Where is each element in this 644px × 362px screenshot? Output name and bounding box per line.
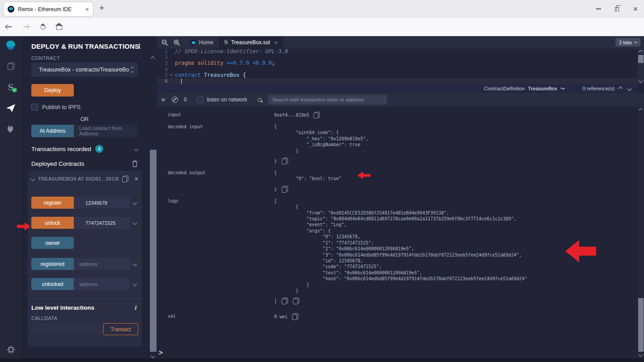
code-contract-line: contract TreasureBox { [175,72,246,78]
panel-scrollbar-thumb[interactable] [150,150,157,352]
unlock-button[interactable]: unlock [31,217,74,229]
deploy-button[interactable]: Deploy [31,84,74,97]
panel-scrollbar[interactable] [148,36,157,362]
prev-reference-icon[interactable] [619,86,623,91]
remix-logo-icon[interactable] [5,40,16,51]
new-tab-button[interactable]: + [99,3,104,13]
annotation-arrow-unlock [17,222,30,231]
registered-expand-icon[interactable] [133,262,137,266]
copy-icon[interactable] [314,112,320,118]
scroll-down-icon[interactable] [639,79,643,83]
registered-arg-input[interactable]: address [74,258,130,270]
remix-icon-panel: S [0,36,21,362]
back-button[interactable] [5,24,12,29]
terminal-body[interactable]: input 0xef4...819e5 decoded input { "uin… [157,106,638,358]
copy-address-icon[interactable] [122,176,128,182]
copy-icon[interactable] [292,313,298,320]
reload-button[interactable] [39,23,47,31]
next-reference-icon[interactable] [627,86,632,91]
entry-label: decoded input [157,124,274,164]
unlocked-button[interactable]: unlocked [31,278,74,290]
contract-select[interactable]: TreasureBox - contracts/TreasureBo [31,63,138,77]
references-count-label: 0 reference(s) [582,86,614,91]
tab-home[interactable]: Home [185,36,219,49]
panel-menu-icon[interactable] [139,43,140,49]
forward-button[interactable] [23,24,30,29]
file-explorer-icon[interactable] [5,61,16,72]
transactions-recorded-label: Transactions recorded [31,146,91,152]
registered-button[interactable]: registered [31,258,74,270]
copy-icon[interactable] [282,186,288,193]
close-file-tab-icon[interactable]: × [275,39,278,46]
clear-console-icon[interactable] [172,97,178,103]
tabs-dropdown-button[interactable]: 2 tabs [615,38,640,46]
editor-scrollbar-thumb[interactable] [638,55,644,63]
terminal-entry-input: input 0xef4...819e5 [157,112,638,118]
window-restore-button[interactable] [615,7,619,11]
scroll-up-icon[interactable] [639,108,643,113]
scroll-down-icon[interactable] [639,353,643,357]
at-address-button[interactable]: At Address [31,125,74,137]
browser-tab[interactable]: Remix - Ethereum IDE × [4,2,93,16]
node-name-label: TreasureBox [528,86,557,91]
text-cursor [181,79,182,84]
window-minimize-button[interactable] [596,8,601,9]
deploy-run-icon[interactable] [5,103,16,114]
code-editor[interactable]: 1// SPDX-License-Identifier: GPL-3.0 2 3… [157,49,638,84]
listen-network-checkbox[interactable] [197,97,203,103]
settings-gear-icon[interactable] [5,344,16,355]
info-icon[interactable]: i [134,304,136,311]
editor-scrollbar[interactable] [638,49,644,84]
listen-network-label: listen on network [207,97,247,103]
terminal-collapse-icon[interactable] [162,98,165,101]
at-address-input[interactable]: Load contract from Address [74,125,138,137]
window-close-button[interactable]: × [633,5,638,13]
fold-caret-icon[interactable] [170,73,173,76]
register-arg-input[interactable]: 12345678 [74,197,130,209]
solidity-file-icon: S [224,39,228,46]
scroll-up-icon[interactable] [639,50,643,55]
tab-close-icon[interactable]: × [85,6,89,13]
terminal-entry-decoded-input: decoded input { "uint64 code": { "_hex":… [157,124,638,164]
instance-collapse-icon[interactable] [31,177,35,181]
goto-reference-icon[interactable]: ↪ [560,85,565,92]
terminal-header: 0 listen on network [157,93,644,106]
terminal-search-input[interactable] [268,95,387,105]
scroll-down-icon[interactable] [151,354,155,358]
plugin-manager-icon[interactable] [5,124,16,135]
tab-treasurebox-sol[interactable]: S TreasureBox.sol × [219,36,283,49]
register-expand-icon[interactable] [133,201,137,205]
home-button[interactable] [56,26,62,30]
search-icon [258,98,262,102]
remove-instance-icon[interactable]: × [135,175,138,182]
unlocked-arg-input[interactable]: address [74,278,130,290]
transactions-expand-icon[interactable] [134,147,139,151]
scroll-up-icon[interactable] [151,56,155,61]
terminal-prompt[interactable]: > [159,349,163,357]
calldata-input[interactable] [31,323,103,335]
transact-button[interactable]: Transact [103,323,138,335]
publish-ipfs-checkbox[interactable] [31,104,38,110]
unlock-arg-input[interactable]: 77472471525 [74,217,130,229]
owner-button[interactable]: owner [31,237,74,249]
compile-success-badge [12,88,17,93]
clear-instances-trash-icon[interactable] [132,160,138,167]
unlocked-expand-icon[interactable] [133,282,137,286]
browser-toolbar: https://remix.ethereum.org/#optimize=fal… [0,18,644,36]
zoom-in-icon[interactable] [174,39,180,46]
terminal-scrollbar-thumb[interactable] [638,298,644,352]
zoom-out-icon[interactable] [161,39,168,46]
copy-icon[interactable] [293,298,299,304]
remix-favicon-icon [8,6,14,13]
copy-icon[interactable] [282,158,288,164]
register-button[interactable]: register [31,197,74,209]
entry-label: decoded output [157,170,274,193]
solidity-compiler-icon[interactable]: S [5,82,16,93]
function-row-unlocked: unlocked address [31,278,138,290]
line-number: 2 [157,55,168,60]
entry-label: input [157,112,274,118]
terminal-scrollbar[interactable] [638,106,644,358]
copy-icon[interactable] [282,298,288,304]
unlock-expand-icon[interactable] [133,221,137,225]
low-level-title: Low level interactions [31,304,134,311]
